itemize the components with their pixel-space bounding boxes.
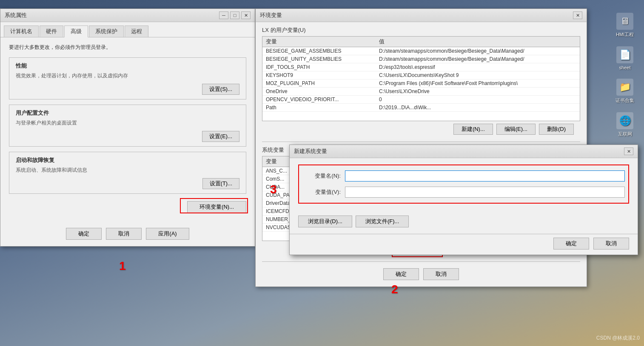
new-var-dialog: 新建系统变量 ✕ 变量名(N): 变量值(V): 浏览目录(D)... 浏览文件… [289, 145, 638, 255]
env-vars-titlebar: 环境变量 ✕ [256, 9, 587, 22]
startup-title: 启动和故障恢复 [16, 156, 239, 164]
user-delete-button[interactable]: 删除(D) [539, 124, 574, 135]
user-vars-section: LX 的用户变量(U) 变量 值 BESIEGE_GAME_ASSEMBLIES… [262, 26, 580, 137]
sheet-icon: 📄 [616, 46, 633, 63]
table-row[interactable]: KEYSHOT9C:\Users\LX\Documents\KeyShot 9 [262, 71, 580, 79]
table-row[interactable]: BESIEGE_GAME_ASSEMBLIESD:/steam/steamapp… [262, 47, 580, 55]
env-vars-controls: ✕ [573, 11, 582, 19]
startup-recovery-section: 启动和故障恢复 系统启动、系统故障和调试信息 设置(T)... [9, 152, 246, 194]
new-var-cancel-button[interactable]: 取消 [593, 238, 629, 250]
csdn-watermark: CSDN @林成溪2.0 [596, 335, 640, 342]
table-row[interactable]: BESIEGE_UNITY_ASSEMBLIESD:/steam/steamap… [262, 55, 580, 63]
browse-file-button[interactable]: 浏览文件(F)... [356, 216, 409, 227]
performance-settings-button[interactable]: 设置(S)... [202, 84, 239, 95]
new-var-content: 变量名(N): 变量值(V): [290, 158, 638, 213]
new-var-footer: 确定 取消 [290, 234, 638, 255]
tab-advanced[interactable]: 高级 [64, 26, 88, 37]
user-col-name: 变量 [262, 37, 376, 47]
close-button[interactable]: ✕ [241, 11, 251, 19]
new-var-titlebar: 新建系统变量 ✕ [290, 145, 638, 158]
sys-props-controls: ─ □ ✕ [219, 11, 251, 19]
new-var-ok-button[interactable]: 确定 [553, 238, 589, 250]
env-vars-title: 环境变量 [260, 11, 282, 19]
var-value-label: 变量值(V): [302, 188, 341, 196]
user-new-button[interactable]: 新建(N)... [453, 124, 493, 135]
new-var-title: 新建系统变量 [294, 147, 327, 155]
user-vars-table-container[interactable]: 变量 值 BESIEGE_GAME_ASSEMBLIESD:/steam/ste… [262, 36, 580, 121]
user-profile-section: 用户配置文件 与登录帐户相关的桌面设置 设置(E)... [9, 105, 246, 147]
sys-props-titlebar: 系统属性 ─ □ ✕ [0, 9, 255, 22]
maximize-button[interactable]: □ [230, 11, 239, 19]
performance-desc: 视觉效果，处理器计划，内存使用，以及虚拟内存 [16, 72, 239, 79]
user-vars-buttons: 新建(N)... 编辑(E)... 删除(D) [262, 121, 580, 137]
user-edit-button[interactable]: 编辑(E)... [496, 124, 536, 135]
env-ok-button[interactable]: 确定 [383, 268, 419, 280]
desktop-icon-cert[interactable]: 📁 证书合集 [610, 79, 640, 104]
performance-title: 性能 [16, 62, 239, 70]
warning-text: 要进行大多数更改，你必须作为管理员登录。 [9, 44, 246, 51]
desktop-icons: 🖥 HMI工程 📄 sheet 📁 证书合集 🌐 互联网 [610, 13, 640, 137]
minimize-button[interactable]: ─ [219, 11, 228, 19]
cert-icon: 📁 [616, 79, 633, 96]
tab-system-protection[interactable]: 系统保护 [89, 26, 124, 37]
table-row[interactable]: IDF_TOOLS_PATHD:/esp32/tools\.espressif [262, 63, 580, 71]
sys-props-footer: 确定 取消 应用(A) [0, 224, 255, 246]
var-name-input[interactable] [345, 170, 625, 182]
var-name-label: 变量名(N): [302, 172, 341, 180]
new-var-browse-buttons: 浏览目录(D)... 浏览文件(F)... [290, 213, 638, 234]
table-row[interactable]: OneDriveC:\Users\LX\OneDrive [262, 88, 580, 96]
env-vars-close-button[interactable]: ✕ [573, 11, 582, 19]
sys-props-content: 要进行大多数更改，你必须作为管理员登录。 性能 视觉效果，处理器计划，内存使用，… [0, 37, 255, 224]
table-row[interactable]: MOZ_PLUGIN_PATHC:\Program Files (x86)\Fo… [262, 79, 580, 88]
startup-desc: 系统启动、系统故障和调试信息 [16, 167, 239, 174]
browse-dir-button[interactable]: 浏览目录(D)... [298, 216, 352, 227]
env-divider [262, 142, 580, 142]
sys-props-apply-button[interactable]: 应用(A) [146, 228, 189, 240]
performance-section: 性能 视觉效果，处理器计划，内存使用，以及虚拟内存 设置(S)... [9, 57, 246, 99]
new-var-controls: ✕ [624, 147, 633, 155]
desktop-icon-internet[interactable]: 🌐 互联网 [610, 112, 640, 137]
tab-computer-name[interactable]: 计算机名 [4, 26, 39, 37]
user-profile-settings-button[interactable]: 设置(E)... [202, 131, 239, 142]
internet-icon-label: 互联网 [618, 131, 632, 137]
var-name-row: 变量名(N): [302, 170, 625, 182]
user-col-value: 值 [376, 37, 580, 47]
step2-label: 2 [391, 283, 398, 296]
inputs-red-box: 变量名(N): 变量值(V): [298, 164, 629, 204]
var-value-row: 变量值(V): [302, 187, 625, 198]
cert-icon-label: 证书合集 [616, 97, 634, 104]
var-value-input[interactable] [345, 187, 625, 198]
env-vars-footer: 确定 取消 [256, 264, 587, 286]
env-cancel-button[interactable]: 取消 [423, 268, 459, 280]
startup-settings-button[interactable]: 设置(T)... [202, 178, 239, 189]
env-vars-button[interactable]: 环境变量(N)... [187, 201, 246, 213]
step3-label: 3 [270, 183, 277, 196]
env-footer-divider [262, 261, 580, 262]
desktop-icon-sheet[interactable]: 📄 sheet [610, 46, 640, 70]
sys-props-cancel-button[interactable]: 取消 [106, 228, 142, 240]
tab-hardware[interactable]: 硬件 [40, 26, 63, 37]
step1-label: 1 [119, 259, 126, 273]
table-row[interactable]: OPENCV_VIDEOIO_PRIORIT...0 [262, 96, 580, 104]
user-vars-title: LX 的用户变量(U) [262, 26, 580, 34]
user-profile-desc: 与登录帐户相关的桌面设置 [16, 119, 239, 127]
table-row[interactable]: PathD:\2019...D\A...d\Wik... [262, 104, 580, 112]
sys-props-tabs: 计算机名 硬件 高级 系统保护 远程 [0, 22, 255, 37]
user-vars-table: 变量 值 BESIEGE_GAME_ASSEMBLIESD:/steam/ste… [262, 37, 580, 112]
system-properties-dialog: 系统属性 ─ □ ✕ 计算机名 硬件 高级 系统保护 远程 要进行大多数更改，你… [0, 9, 255, 247]
sheet-icon-label: sheet [619, 65, 631, 70]
hmi-icon: 🖥 [616, 13, 633, 30]
user-profile-title: 用户配置文件 [16, 109, 239, 117]
desktop-icon-hmi[interactable]: 🖥 HMI工程 [610, 13, 640, 38]
new-var-close-button[interactable]: ✕ [624, 147, 633, 155]
sys-props-ok-button[interactable]: 确定 [66, 228, 102, 240]
hmi-icon-label: HMI工程 [616, 31, 634, 38]
sys-props-title: 系统属性 [5, 11, 27, 19]
internet-icon: 🌐 [616, 112, 633, 129]
tab-remote[interactable]: 远程 [125, 26, 148, 37]
